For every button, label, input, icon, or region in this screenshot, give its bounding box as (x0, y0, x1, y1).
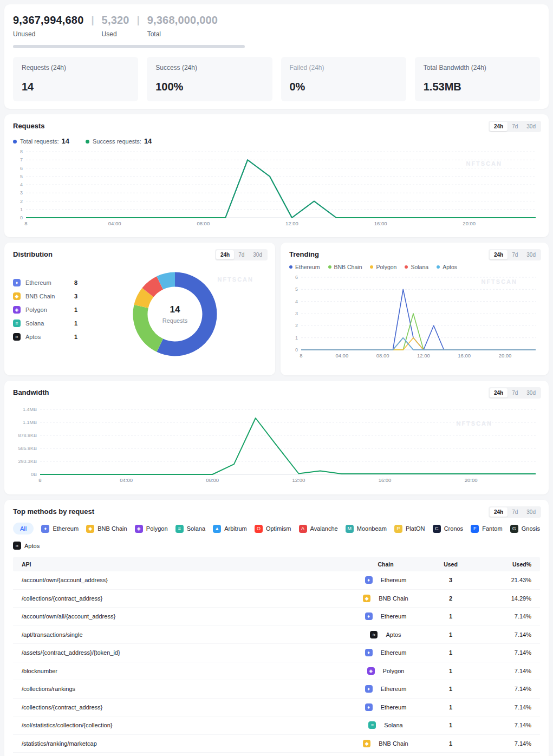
svg-text:0: 0 (295, 347, 298, 353)
requests-title: Requests (13, 122, 540, 130)
chain-chip-cronos[interactable]: CCronos (433, 525, 463, 533)
api-path: /collections/rankings (13, 686, 350, 692)
chain-chip-platon[interactable]: PPlatON (394, 525, 425, 533)
api-path: /collections/{contract_address} (13, 595, 350, 602)
quota-used: 5,320 Used (102, 14, 129, 38)
used-count: 1 (421, 722, 480, 728)
svg-text:16:00: 16:00 (374, 220, 387, 226)
unused-value: 9,367,994,680 (13, 14, 84, 27)
used-count: 3 (421, 577, 480, 583)
aptos-icon: ≈ (370, 631, 378, 638)
svg-text:0B: 0B (31, 472, 37, 477)
trending-legend-item[interactable]: Polygon (370, 264, 396, 270)
chain-chip-moonbeam[interactable]: MMoonbeam (346, 525, 387, 533)
svg-text:6: 6 (295, 275, 298, 280)
polygon-icon: ◈ (135, 525, 143, 533)
trending-legend-item[interactable]: BNB Chain (328, 264, 362, 270)
gnosis-icon: G (510, 525, 518, 533)
bandwidth-panel: Bandwidth 24h7d30d NFTSCAN 0B293.3KB585.… (4, 381, 549, 494)
legend-dot (405, 265, 408, 269)
quota-card: 9,367,994,680 Unused | 5,320 Used | 9,36… (4, 4, 549, 109)
used-percent: 7.14% (480, 613, 540, 620)
period-option-30d[interactable]: 30d (522, 250, 540, 259)
period-option-30d[interactable]: 30d (249, 250, 266, 259)
chip-label: Polygon (146, 525, 168, 532)
stat-value: 100% (155, 81, 263, 93)
trending-legend-item[interactable]: Solana (405, 264, 428, 270)
ethereum-icon: ♦ (41, 525, 49, 533)
period-option-24h[interactable]: 24h (490, 250, 508, 259)
period-option-7d[interactable]: 7d (508, 507, 522, 517)
distribution-legend-item[interactable]: ◆BNB Chain3 (13, 289, 110, 303)
chain-name: Ethereum (25, 279, 59, 286)
period-option-7d[interactable]: 7d (234, 250, 249, 259)
chain-chip-all[interactable]: All (13, 523, 34, 535)
chain-chip-ethereum[interactable]: ♦Ethereum (41, 525, 79, 533)
chain-chip-optimism[interactable]: OOptimism (255, 525, 291, 533)
svg-text:04:00: 04:00 (108, 220, 121, 226)
legend-dot (437, 265, 440, 269)
legend-label: Aptos (443, 264, 457, 270)
chain-chip-fantom[interactable]: FFantom (471, 525, 502, 533)
chain-chip-aptos[interactable]: ≈Aptos (13, 542, 40, 550)
distribution-legend-item[interactable]: ≈Aptos1 (13, 330, 110, 343)
chain-chip-gnosis[interactable]: GGnosis (510, 525, 540, 533)
svg-text:16:00: 16:00 (458, 353, 471, 359)
legend-dot (289, 265, 292, 269)
stat-value: 0% (290, 81, 398, 93)
total-value: 9,368,000,000 (147, 14, 218, 27)
chain-chip-polygon[interactable]: ◈Polygon (135, 525, 168, 533)
used-percent: 7.14% (480, 668, 540, 674)
svg-text:6: 6 (20, 166, 23, 171)
api-path: /collections/{contract_address} (13, 704, 350, 711)
chain-name: Solana (25, 320, 59, 327)
donut-slice-bnb-chain (140, 307, 160, 346)
chain-chip-bnb-chain[interactable]: ◆BNB Chain (86, 525, 127, 533)
svg-text:04:00: 04:00 (120, 477, 133, 483)
chain-chip-arbitrum[interactable]: ▲Arbitrum (213, 525, 247, 533)
period-option-24h[interactable]: 24h (490, 122, 508, 131)
period-option-30d[interactable]: 30d (522, 388, 540, 397)
used-count: 2 (421, 595, 480, 602)
legend-value: 14 (62, 137, 69, 145)
chip-label: All (20, 525, 27, 532)
period-option-7d[interactable]: 7d (508, 122, 522, 131)
platon-icon: P (394, 525, 402, 533)
distribution-legend: ♦Ethereum8◆BNB Chain3◈Polygon1≡Solana1≈A… (13, 276, 110, 343)
stat-label: Failed (24h) (290, 64, 398, 71)
donut-slice-aptos (160, 279, 175, 283)
distribution-legend-item[interactable]: ≡Solana1 (13, 316, 110, 330)
chip-label: Ethereum (53, 525, 79, 532)
chain-cell: ♦Ethereum (350, 576, 421, 584)
chip-label: Arbitrum (224, 525, 247, 532)
svg-text:1.1MB: 1.1MB (23, 420, 37, 425)
chain-name: Aptos (386, 631, 401, 638)
distribution-legend-item[interactable]: ♦Ethereum8 (13, 276, 110, 289)
distribution-panel: Distribution 24h7d30d ♦Ethereum8◆BNB Cha… (4, 243, 275, 375)
period-option-7d[interactable]: 7d (508, 388, 522, 397)
legend-value: 14 (144, 137, 152, 145)
chain-chip-solana[interactable]: ≡Solana (175, 525, 205, 533)
svg-text:08:00: 08:00 (376, 353, 389, 359)
period-option-24h[interactable]: 24h (490, 507, 508, 517)
distribution-period-toggle: 24h7d30d (215, 249, 268, 260)
chain-cell: ≈Aptos (350, 631, 421, 638)
used-count: 1 (421, 631, 480, 638)
distribution-donut-chart: 14 Requests (128, 268, 222, 361)
chip-label: PlatON (406, 525, 425, 532)
bnb-chain-icon: ◆ (363, 595, 370, 602)
distribution-legend-item[interactable]: ◈Polygon1 (13, 303, 110, 316)
trending-legend-item[interactable]: Aptos (437, 264, 457, 270)
chip-label: Optimism (266, 525, 291, 532)
quota-values: 9,367,994,680 Unused | 5,320 Used | 9,36… (13, 14, 540, 38)
period-option-30d[interactable]: 30d (522, 507, 540, 517)
svg-text:12:00: 12:00 (292, 477, 305, 483)
trending-legend-item[interactable]: Ethereum (289, 264, 320, 270)
period-option-7d[interactable]: 7d (508, 250, 522, 259)
svg-text:20:00: 20:00 (499, 353, 512, 359)
period-option-24h[interactable]: 24h (490, 388, 508, 397)
chain-chip-avalanche[interactable]: AAvalanche (299, 525, 338, 533)
period-option-24h[interactable]: 24h (216, 250, 234, 259)
period-option-30d[interactable]: 30d (522, 122, 540, 131)
used-percent: 7.14% (480, 631, 540, 638)
